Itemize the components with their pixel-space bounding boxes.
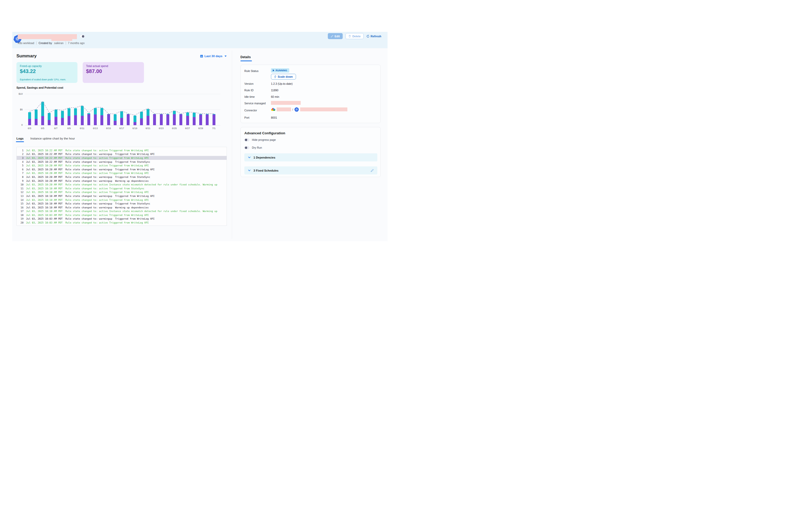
log-row[interactable]: 8Jul 03, 2025 10:20 AM PDT Rule state ch… <box>17 175 227 179</box>
delete-label: Delete <box>352 35 361 38</box>
workload-toggle[interactable] <box>80 35 85 38</box>
xtick: 6/23 <box>156 127 166 130</box>
rule-id-label: Rule ID <box>244 89 253 92</box>
divider <box>36 41 37 44</box>
details-card: Rule Status RUNNING Scale down Version 1… <box>241 65 381 123</box>
play-icon <box>273 69 274 72</box>
log-row[interactable]: 1Jul 03, 2025 10:22 AM PDT Rule state ch… <box>17 148 227 152</box>
log-message: Jul 03, 2025 10:03 AM PDT Rule state cha… <box>26 217 155 220</box>
dependencies-panel[interactable]: 1 Dependencies <box>244 153 377 162</box>
connector-label: Connector <box>244 109 257 112</box>
xtick: 6/11 <box>77 127 87 130</box>
log-row[interactable]: 7Jul 03, 2025 10:20 AM PDT Rule state ch… <box>17 171 227 175</box>
kubernetes-icon <box>294 107 299 112</box>
scale-down-icon <box>274 75 277 78</box>
log-message: Jul 03, 2025 10:10 AM PDT Rule state cha… <box>26 191 149 193</box>
tab-uptime-chart[interactable]: Instance uptime chart by the hour <box>30 137 75 140</box>
workload-type-label: K8s workload <box>18 41 34 44</box>
log-line-number: 14 <box>17 198 23 201</box>
toggle-knob <box>82 35 84 38</box>
edit-icon <box>331 35 333 38</box>
log-row[interactable]: 16Jul 03, 2025 10:10 AM PDT Rule state c… <box>17 206 227 209</box>
log-line-number: 6 <box>17 168 23 171</box>
log-line-number: 20 <box>17 221 23 224</box>
refresh-button[interactable]: Refresh <box>366 35 381 38</box>
potential-cost-line <box>25 94 220 125</box>
ytick-10: $10 <box>14 92 23 95</box>
log-message: Jul 03, 2025 10:10 AM PDT Rule state cha… <box>26 187 144 190</box>
log-row[interactable]: 15Jul 03, 2025 10:10 AM PDT Rule state c… <box>17 202 227 206</box>
log-message: Jul 03, 2025 10:10 AM PDT Rule state cha… <box>26 194 155 197</box>
log-row[interactable]: 9Jul 03, 2025 10:20 AM PDT Rule state ch… <box>17 179 227 183</box>
refresh-label: Refresh <box>370 35 381 38</box>
log-line-number: 19 <box>17 217 23 220</box>
log-row[interactable]: 5Jul 03, 2025 10:20 AM PDT Rule state ch… <box>17 164 227 167</box>
xtick: 6/25 <box>169 127 180 130</box>
total-spend-label: Total actual spend <box>86 64 108 68</box>
log-row[interactable]: 12Jul 03, 2025 10:10 AM PDT Rule state c… <box>17 190 227 194</box>
column-divider <box>232 51 232 239</box>
hide-progress-toggle[interactable] <box>244 138 249 141</box>
log-row[interactable]: 6Jul 03, 2025 10:20 AM PDT Rule state ch… <box>17 167 227 171</box>
log-message: Jul 03, 2025 10:20 AM PDT Rule state cha… <box>26 179 149 182</box>
tab-logs[interactable]: Logs <box>16 137 23 140</box>
log-row[interactable]: 18Jul 03, 2025 10:03 AM PDT Rule state c… <box>17 213 227 217</box>
spend-savings-chart: $10 $5 0 6/36/56/76/96/116/136/156/176/1… <box>25 94 220 125</box>
advanced-config-card: Advanced Configuration Hide progress pag… <box>241 127 381 177</box>
connector-value: / <box>271 107 347 112</box>
delete-icon <box>348 35 351 38</box>
tab-details[interactable]: Details <box>241 55 251 59</box>
service-managed-redacted <box>271 101 301 105</box>
log-row[interactable]: 2Jul 03, 2025 10:22 AM PDT Rule state ch… <box>17 152 227 156</box>
xtick: 6/13 <box>90 127 101 130</box>
schedule-edit-icon[interactable] <box>370 169 374 172</box>
log-row[interactable]: 14Jul 03, 2025 10:10 AM PDT Rule state c… <box>17 198 227 202</box>
logs-panel[interactable]: 1Jul 03, 2025 10:22 AM PDT Rule state ch… <box>16 147 227 226</box>
delete-button[interactable]: Delete <box>345 33 363 39</box>
log-row[interactable]: 19Jul 03, 2025 10:03 AM PDT Rule state c… <box>17 217 227 221</box>
log-message: Jul 03, 2025 10:20 AM PDT Rule state cha… <box>26 168 155 171</box>
log-line-number: 7 <box>17 172 23 174</box>
log-message: Jul 03, 2025 10:03 AM PDT Rule state cha… <box>26 221 149 224</box>
log-line-number: 16 <box>17 206 23 209</box>
workload-subtitle: K8s workload Created by saikiran 7 month… <box>18 41 84 44</box>
log-message: Jul 03, 2025 10:22 AM PDT Rule state cha… <box>26 149 149 152</box>
calendar-icon <box>200 55 203 58</box>
dry-run-toggle[interactable] <box>244 146 249 149</box>
caret-down-icon <box>225 56 227 57</box>
xtick: 6/29 <box>195 127 206 130</box>
created-by-user[interactable]: saikiran <box>54 41 63 44</box>
edit-label: Edit <box>335 35 340 38</box>
log-row[interactable]: 13Jul 03, 2025 10:10 AM PDT Rule state c… <box>17 194 227 198</box>
fixed-schedules-panel[interactable]: 3 Fixed Schedules <box>244 166 377 174</box>
xtick: 6/27 <box>182 127 193 130</box>
created-by-label: Created by <box>39 41 52 44</box>
date-range-selector[interactable]: Last 30 days <box>192 55 227 58</box>
log-row[interactable]: 4Jul 03, 2025 10:22 AM PDT Rule state ch… <box>17 160 227 164</box>
log-row[interactable]: 11Jul 03, 2025 10:10 AM PDT Rule state c… <box>17 187 227 190</box>
log-message: Jul 03, 2025 10:10 AM PDT Rule state cha… <box>26 198 149 201</box>
log-line-number: 1 <box>17 149 23 152</box>
toggle-knob <box>245 139 247 141</box>
log-message: Jul 03, 2025 10:22 AM PDT Rule state cha… <box>26 156 149 159</box>
freed-capacity-card: Freed-up capacity $43.22 Equivalent of s… <box>16 62 77 83</box>
log-message: Jul 03, 2025 10:20 AM PDT Rule state cha… <box>26 183 217 186</box>
log-line-number: 13 <box>17 194 23 197</box>
log-row[interactable]: 3Jul 03, 2025 10:22 AM PDT Rule state ch… <box>17 156 227 160</box>
chevron-down-icon <box>248 156 251 158</box>
log-message: Jul 03, 2025 10:20 AM PDT Rule state cha… <box>26 175 150 178</box>
log-row[interactable]: 20Jul 03, 2025 10:03 AM PDT Rule state c… <box>17 221 227 225</box>
chart-title: Spend, Savings and Potential cost <box>16 86 63 89</box>
scale-down-button[interactable]: Scale down <box>271 74 296 79</box>
log-row[interactable]: 17Jul 03, 2025 10:10 AM PDT Rule state c… <box>17 209 227 213</box>
log-message: Jul 03, 2025 10:10 AM PDT Rule state cha… <box>26 210 217 212</box>
idle-time-value: 60 min <box>271 95 279 98</box>
log-message: Jul 03, 2025 10:20 AM PDT Rule state cha… <box>26 164 149 167</box>
active-tab-underline <box>16 141 24 142</box>
edit-button[interactable]: Edit <box>328 33 343 39</box>
version-label: Version <box>244 82 253 85</box>
xtick: 6/21 <box>143 127 153 130</box>
log-row[interactable]: 10Jul 03, 2025 10:20 AM PDT Rule state c… <box>17 183 227 187</box>
log-message: Jul 03, 2025 10:10 AM PDT Rule state cha… <box>26 206 149 209</box>
xtick: 6/17 <box>117 127 127 130</box>
